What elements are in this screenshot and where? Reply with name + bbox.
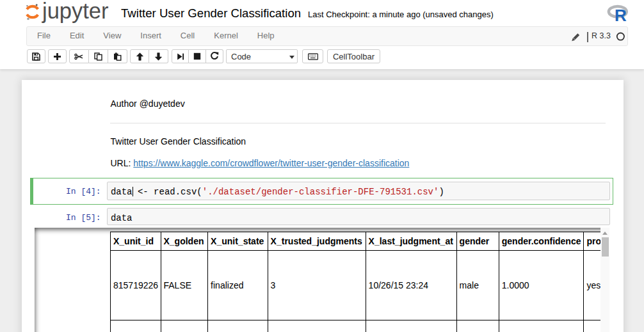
svg-text:R: R	[615, 6, 627, 22]
